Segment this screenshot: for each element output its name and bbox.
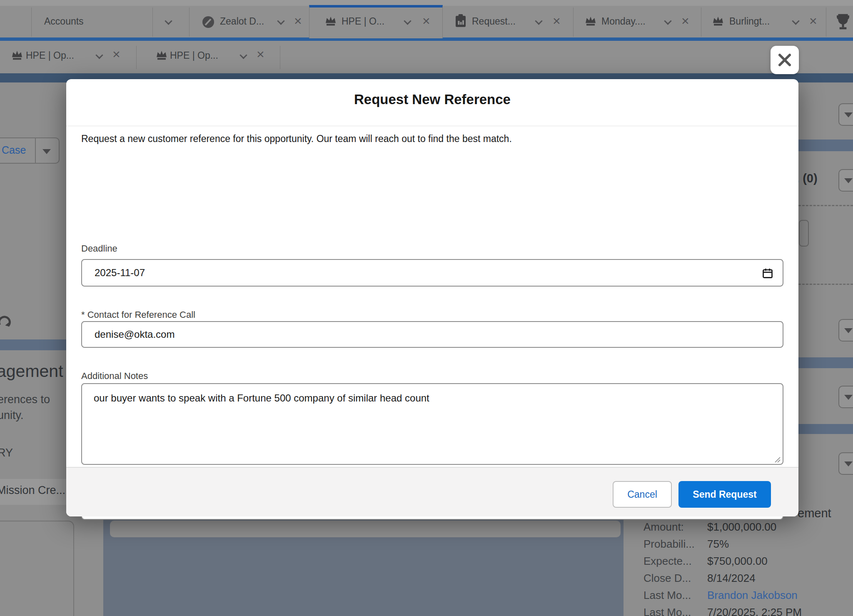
- detail-row: Last Mo...Brandon Jakobson: [643, 589, 852, 606]
- detail-label: Amount:: [643, 521, 707, 534]
- modal-title: Request New Reference: [66, 92, 798, 107]
- dropdown-button[interactable]: [838, 386, 853, 408]
- contact-value: denise@okta.com: [95, 322, 175, 347]
- close-icon[interactable]: ×: [257, 47, 264, 61]
- case-split-button[interactable]: Case: [0, 137, 60, 164]
- contact-input[interactable]: denise@okta.com: [81, 321, 783, 348]
- engagement-heading-truncated: ement: [798, 506, 831, 520]
- tab-divider: [573, 7, 574, 37]
- detail-label: Last Mo...: [643, 606, 707, 616]
- bottom-left-card: [0, 521, 74, 616]
- subtab-hpe-2[interactable]: HPE | Op...: [170, 50, 218, 61]
- content-panel-header: [110, 521, 621, 537]
- detail-row: Last Mo...7/20/2025, 2:25 PM: [643, 606, 852, 616]
- detail-value: $750,000.00: [707, 555, 768, 568]
- resize-handle-icon[interactable]: [773, 455, 781, 463]
- close-icon[interactable]: ×: [112, 47, 120, 61]
- subtab-hpe-1[interactable]: HPE | Op...: [26, 50, 74, 61]
- detail-label: Probabili...: [643, 538, 707, 551]
- tab-hpe-label[interactable]: HPE | O...: [342, 16, 384, 27]
- tab-divider: [701, 7, 701, 37]
- tab-zealot[interactable]: Zealot D...: [220, 16, 264, 27]
- tab-accounts[interactable]: Accounts: [44, 16, 84, 27]
- detail-value: 7/20/2025, 2:25 PM: [707, 606, 802, 616]
- crown-icon: [10, 48, 24, 62]
- detail-value: 8/14/2024: [707, 572, 756, 585]
- close-icon[interactable]: ×: [294, 14, 302, 27]
- section-header-bar: [798, 424, 853, 434]
- dropdown-arrow-icon: [844, 178, 853, 183]
- modal-description: Request a new customer reference for thi…: [81, 133, 512, 145]
- dropdown-button[interactable]: [838, 169, 853, 192]
- tab-divider: [31, 7, 32, 37]
- tab-divider: [826, 7, 826, 37]
- dropdown-arrow-icon: [844, 328, 853, 333]
- dropdown-button[interactable]: [838, 103, 853, 126]
- close-icon[interactable]: ×: [553, 14, 561, 27]
- list-item-truncated: Mission Cre...: [0, 484, 65, 497]
- modal-footer: Cancel Send Request: [66, 467, 798, 516]
- crown-icon: [155, 48, 168, 62]
- detail-row: Expecte...$750,000.00: [643, 555, 852, 572]
- notes-label: Additional Notes: [81, 371, 148, 382]
- dropdown-button[interactable]: [838, 452, 853, 475]
- tab-request[interactable]: Request...: [472, 16, 516, 27]
- dashed-divider: [798, 205, 853, 206]
- dropdown-arrow-icon: [844, 395, 853, 400]
- section-header-bar: [798, 140, 853, 151]
- tab-burlington[interactable]: Burlingt...: [729, 16, 770, 27]
- subtab-divider: [136, 46, 137, 69]
- subtab-bar: [0, 41, 853, 73]
- crown-icon: [324, 14, 337, 27]
- contact-label: * Contact for Reference Call: [81, 309, 195, 320]
- dropdown-arrow-icon: [844, 461, 853, 466]
- tab-monday[interactable]: Monday....: [601, 16, 646, 27]
- record-details-panel: Amount:$1,000,000.00Probabili...75%Expec…: [643, 521, 852, 616]
- detail-value: 75%: [707, 538, 729, 551]
- refresh-icon[interactable]: [0, 312, 12, 330]
- dropdown-arrow-icon[interactable]: [42, 149, 51, 154]
- detail-label: Last Mo...: [643, 589, 707, 602]
- detail-row: Close D...8/14/2024: [643, 572, 852, 589]
- detail-row: Amount:$1,000,000.00: [643, 521, 852, 538]
- gauge-icon: [202, 15, 215, 29]
- detail-row: Probabili...75%: [643, 538, 852, 555]
- trophy-icon: [835, 12, 851, 31]
- screen: Accounts Zealot D... × HPE | O... × Requ…: [0, 0, 853, 616]
- close-icon: [778, 53, 792, 67]
- background-box-fragment: [799, 220, 809, 247]
- notes-value: our buyer wants to speak with a Fortune …: [94, 392, 429, 404]
- deadline-label: Deadline: [81, 243, 117, 254]
- close-icon[interactable]: ×: [681, 14, 689, 27]
- close-icon[interactable]: ×: [809, 14, 817, 27]
- cancel-button[interactable]: Cancel: [613, 481, 672, 508]
- detail-value-link[interactable]: Brandon Jakobson: [707, 589, 798, 602]
- deadline-value: 2025-11-07: [95, 260, 145, 286]
- close-icon[interactable]: ×: [422, 14, 430, 27]
- section-text-line: unity.: [0, 409, 24, 422]
- detail-label: Close D...: [643, 572, 707, 585]
- section-label-truncated: RY: [0, 446, 13, 459]
- section-header-bar: [798, 357, 853, 368]
- send-request-button[interactable]: Send Request: [678, 481, 771, 508]
- notes-textarea[interactable]: our buyer wants to speak with a Fortune …: [81, 383, 783, 465]
- detail-label: Expecte...: [643, 555, 707, 568]
- dropdown-arrow-icon: [844, 112, 853, 117]
- clipboard-icon: [455, 14, 466, 27]
- calendar-icon[interactable]: [762, 267, 773, 279]
- dropdown-button[interactable]: [838, 319, 853, 342]
- tab-divider: [189, 7, 190, 37]
- detail-value: $1,000,000.00: [707, 521, 776, 534]
- request-new-reference-modal: Request New Reference Request a new cust…: [66, 79, 798, 516]
- subtab-divider: [280, 46, 280, 69]
- dashed-divider: [798, 284, 853, 285]
- section-header-bar: [0, 339, 67, 350]
- button-divider: [35, 138, 36, 163]
- case-button-label[interactable]: Case: [2, 144, 26, 156]
- modal-close-button[interactable]: [771, 46, 799, 74]
- modal-header-divider: [66, 126, 798, 126]
- crown-icon: [584, 14, 597, 27]
- crown-icon: [711, 14, 725, 27]
- deadline-input[interactable]: 2025-11-07: [81, 259, 783, 287]
- section-text-line: erences to: [0, 393, 50, 406]
